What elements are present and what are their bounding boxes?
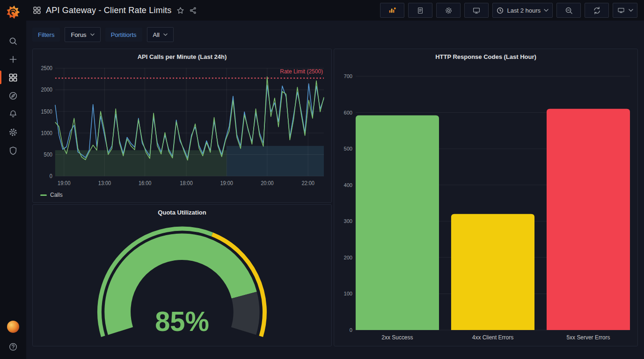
filter-bar: Filters Forus Portitiorts All [26, 21, 644, 46]
panel-http-response-codes: HTTP Response Codes (Last Hour) 01002003… [334, 49, 638, 346]
analytics-button[interactable] [380, 3, 404, 18]
kiosk-mode-dropdown[interactable] [613, 3, 637, 18]
report-button[interactable] [408, 3, 432, 18]
all-dropdown[interactable]: All [147, 27, 174, 42]
dashboards-grid-icon [8, 73, 18, 82]
dashboard-grid-icon [33, 6, 41, 14]
sidebar-item-configuration[interactable] [0, 123, 26, 141]
api-calls-chart[interactable]: 0500100015002000250019:0013:0016:0018:00… [37, 62, 328, 190]
svg-text:5xx Server Errors: 5xx Server Errors [566, 334, 610, 341]
analytics-icon [388, 7, 396, 14]
sidebar-item-search[interactable] [0, 32, 26, 50]
svg-text:700: 700 [344, 73, 352, 79]
filters-label[interactable]: Filters [32, 28, 60, 42]
svg-text:100: 100 [344, 291, 352, 296]
svg-text:2000: 2000 [41, 87, 52, 93]
chevron-down-icon [544, 9, 549, 12]
svg-text:Rate Limit (2500): Rate Limit (2500) [280, 68, 323, 75]
time-range-picker[interactable]: Last 2 hours [492, 3, 553, 18]
shield-icon [8, 146, 18, 155]
refresh-icon [593, 7, 601, 14]
svg-text:0: 0 [50, 173, 52, 179]
grafana-app: API Gateway - Client Rate Limits [0, 0, 644, 359]
service-dropdown[interactable]: Forus [65, 27, 100, 42]
svg-text:18:00: 18:00 [180, 180, 192, 186]
svg-text:500: 500 [344, 146, 352, 151]
quota-gauge: 85% [37, 218, 328, 343]
sidebar-item-alerting[interactable] [0, 105, 26, 123]
star-icon[interactable] [176, 7, 184, 14]
svg-text:600: 600 [344, 110, 352, 115]
panel-title-api-calls[interactable]: API Calls per Minute (Last 24h) [37, 51, 328, 62]
page-title: API Gateway - Client Rate Limits [46, 6, 172, 15]
sidebar-item-dashboards[interactable] [0, 68, 26, 86]
panel-title-http-codes[interactable]: HTTP Response Codes (Last Hour) [338, 51, 634, 62]
svg-text:1500: 1500 [41, 108, 52, 114]
avatar[interactable] [7, 321, 19, 333]
panel-quota-utilization: Quota Utilization 85% [32, 204, 332, 346]
tv-mode-button[interactable] [464, 3, 489, 18]
sidebar-item-create[interactable] [0, 50, 26, 68]
sidebar-item-explore[interactable] [0, 86, 26, 105]
dashboard-grid: API Calls per Minute (Last 24h) 05001000… [26, 46, 644, 359]
grafana-logo[interactable] [4, 3, 22, 22]
legend-swatch-calls [40, 194, 47, 196]
svg-text:2xx Success: 2xx Success [381, 334, 413, 341]
svg-text:200: 200 [344, 255, 352, 260]
share-icon[interactable] [189, 7, 197, 14]
svg-text:20:00: 20:00 [261, 180, 273, 186]
monitor-icon [472, 7, 481, 14]
svg-text:400: 400 [344, 182, 352, 188]
svg-text:4xx Client Errors: 4xx Client Errors [472, 334, 513, 341]
help-icon [8, 342, 18, 352]
svg-text:13:00: 13:00 [98, 180, 111, 186]
svg-text:2500: 2500 [41, 65, 52, 71]
svg-text:500: 500 [44, 152, 52, 158]
main-area: API Gateway - Client Rate Limits [26, 0, 644, 359]
bell-icon [8, 109, 18, 119]
partitions-label[interactable]: Portitiorts [105, 28, 142, 42]
sidebar-item-help[interactable] [0, 339, 26, 354]
clock-icon [497, 7, 504, 14]
time-range-label: Last 2 hours [507, 7, 541, 14]
zoom-out-time-button[interactable] [556, 3, 581, 18]
compass-icon [8, 91, 18, 101]
search-icon [8, 36, 18, 46]
dashboard-settings-button[interactable] [436, 3, 461, 18]
svg-text:0: 0 [350, 327, 352, 333]
gear-icon [445, 7, 453, 14]
svg-text:19:00: 19:00 [58, 180, 70, 186]
refresh-button[interactable] [585, 3, 609, 18]
svg-text:1000: 1000 [41, 130, 52, 136]
grafana-flame-icon [5, 4, 22, 21]
chevron-down-icon [90, 33, 95, 36]
svg-text:85%: 85% [155, 306, 209, 337]
topbar-actions: Last 2 hours [380, 3, 637, 18]
bar-5xx [547, 109, 630, 330]
legend-label-calls: Calls [50, 192, 63, 198]
bar-4xx [451, 214, 534, 330]
panel-title-quota[interactable]: Quota Utilization [37, 207, 328, 218]
chevron-down-icon [629, 9, 633, 12]
panel-api-calls: API Calls per Minute (Last 24h) 05001000… [32, 49, 332, 203]
svg-text:16:00: 16:00 [139, 180, 151, 186]
svg-text:22:00: 22:00 [301, 180, 314, 186]
kiosk-monitor-icon [617, 7, 625, 14]
document-icon [417, 7, 424, 14]
legend-item-calls[interactable]: Calls [37, 190, 328, 200]
http-codes-bar-chart: 01002003004005006007002xx Success4xx Cli… [338, 62, 634, 343]
service-dropdown-value: Forus [71, 31, 86, 38]
topbar: API Gateway - Client Rate Limits [26, 0, 644, 21]
gear-icon [8, 128, 18, 137]
bar-2xx [356, 115, 439, 330]
svg-text:300: 300 [344, 218, 352, 224]
svg-text:19:00: 19:00 [220, 180, 233, 186]
chevron-down-icon [163, 33, 168, 36]
plus-icon [8, 55, 18, 64]
all-dropdown-value: All [153, 31, 160, 38]
sidebar [0, 0, 26, 359]
zoom-out-icon [565, 7, 573, 14]
sidebar-item-admin[interactable] [0, 141, 26, 159]
